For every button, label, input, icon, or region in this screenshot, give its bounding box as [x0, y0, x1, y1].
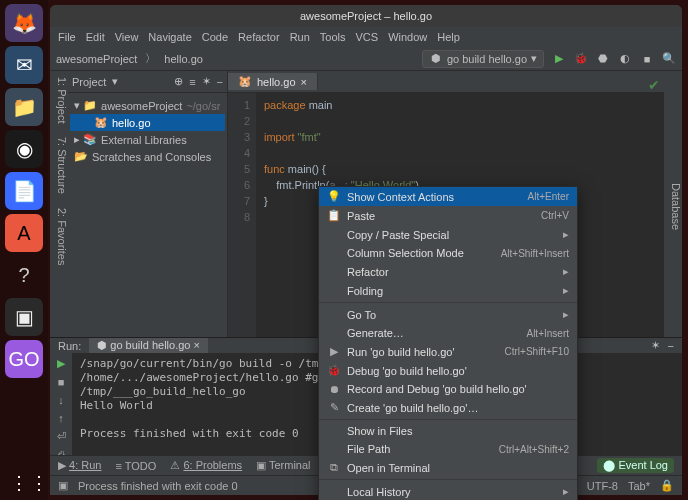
submenu-icon: ▸ — [563, 228, 569, 241]
tree-external-libs[interactable]: ▸ 📚External Libraries — [70, 131, 225, 148]
ctx-item[interactable]: 💡Show Context ActionsAlt+Enter — [319, 187, 577, 206]
menu-help[interactable]: Help — [437, 31, 460, 43]
dock-software[interactable]: A — [5, 214, 43, 252]
tool-run[interactable]: ▶ 4: Run — [58, 459, 101, 472]
lock-icon[interactable]: 🔒 — [660, 479, 674, 492]
ctx-item[interactable]: Go To▸ — [319, 305, 577, 324]
menu-refactor[interactable]: Refactor — [238, 31, 280, 43]
tool-favorites[interactable]: 2: Favorites — [50, 208, 68, 265]
breadcrumb-project[interactable]: awesomeProject — [56, 53, 137, 65]
hide-icon[interactable]: − — [668, 340, 674, 352]
tool-project[interactable]: 1: Project — [50, 77, 68, 123]
up-icon[interactable]: ↑ — [58, 412, 64, 424]
ctx-item[interactable]: ⧉Open in Terminal — [319, 458, 577, 477]
menu-file[interactable]: File — [58, 31, 76, 43]
titlebar: awesomeProject – hello.go — [50, 5, 682, 27]
tree-file-hello[interactable]: 🐹hello.go — [70, 114, 225, 131]
tool-todo[interactable]: ≡ TODO — [115, 460, 156, 472]
menu-vcs[interactable]: VCS — [356, 31, 379, 43]
dock-terminal[interactable]: ▣ — [5, 298, 43, 336]
status-message: Process finished with exit code 0 — [78, 480, 238, 492]
dock-files[interactable]: 📁 — [5, 88, 43, 126]
tree-scratches[interactable]: 📂Scratches and Consoles — [70, 148, 225, 165]
ctx-item[interactable]: 📋PasteCtrl+V — [319, 206, 577, 225]
run-tab[interactable]: ⬢ go build hello.go × — [89, 338, 208, 353]
ctx-item-label: Column Selection Mode — [347, 247, 495, 259]
dock-help[interactable]: ? — [5, 256, 43, 294]
ctx-item[interactable]: Generate…Alt+Insert — [319, 324, 577, 342]
tree-project-root[interactable]: ▾ 📁awesomeProject~/go/sr — [70, 97, 225, 114]
ctx-item-icon: ✎ — [327, 401, 341, 414]
submenu-icon: ▸ — [563, 265, 569, 278]
menu-view[interactable]: View — [115, 31, 139, 43]
dock-obs[interactable]: ◉ — [5, 130, 43, 168]
ctx-item-label: Copy / Paste Special — [347, 229, 557, 241]
ctx-item-label: Debug 'go build hello.go' — [347, 365, 569, 377]
tool-structure[interactable]: 7: Structure — [50, 137, 68, 194]
dock-thunderbird[interactable]: ✉ — [5, 46, 43, 84]
menu-code[interactable]: Code — [202, 31, 228, 43]
ctx-item-label: Generate… — [347, 327, 520, 339]
submenu-icon: ▸ — [563, 308, 569, 321]
ctx-item[interactable]: 🐞Debug 'go build hello.go' — [319, 361, 577, 380]
encoding[interactable]: UTF-8 — [587, 480, 618, 492]
stop-icon[interactable]: ■ — [58, 376, 65, 388]
dock-goland[interactable]: GO — [5, 340, 43, 378]
ctx-item[interactable]: ⏺Record and Debug 'go build hello.go' — [319, 380, 577, 398]
rerun-icon[interactable]: ▶ — [57, 357, 65, 370]
gear-icon[interactable]: ✶ — [202, 75, 211, 88]
menu-tools[interactable]: Tools — [320, 31, 346, 43]
wrap-icon[interactable]: ⏎ — [57, 430, 66, 443]
gear-icon[interactable]: ✶ — [651, 339, 660, 352]
ctx-item-label: Show in Files — [347, 425, 569, 437]
ubuntu-dock: 🦊 ✉ 📁 ◉ 📄 A ? ▣ GO ⋮⋮⋮ — [0, 0, 48, 500]
search-icon[interactable]: 🔍 — [662, 52, 676, 66]
ctx-item[interactable]: Local History▸ — [319, 482, 577, 500]
status-icon: ▣ — [58, 479, 68, 492]
ctx-item-label: Record and Debug 'go build hello.go' — [347, 383, 569, 395]
collapse-icon[interactable]: ≡ — [189, 76, 195, 88]
target-icon[interactable]: ⊕ — [174, 75, 183, 88]
debug-button-icon[interactable]: 🐞 — [574, 52, 588, 66]
menu-run[interactable]: Run — [290, 31, 310, 43]
chevron-right-icon: 〉 — [145, 51, 156, 66]
menu-navigate[interactable]: Navigate — [148, 31, 191, 43]
ctx-item-label: Refactor — [347, 266, 557, 278]
hide-icon[interactable]: − — [217, 76, 223, 88]
go-file-icon: 🐹 — [238, 75, 252, 88]
indent[interactable]: Tab* — [628, 480, 650, 492]
tool-database[interactable]: Database — [670, 183, 682, 230]
ctx-item[interactable]: ▶Run 'go build hello.go'Ctrl+Shift+F10 — [319, 342, 577, 361]
stop-button-icon[interactable]: ■ — [640, 52, 654, 66]
submenu-icon: ▸ — [563, 284, 569, 297]
down-icon[interactable]: ↓ — [58, 394, 64, 406]
ctx-item[interactable]: Copy / Paste Special▸ — [319, 225, 577, 244]
menu-window[interactable]: Window — [388, 31, 427, 43]
tool-terminal[interactable]: ▣ Terminal — [256, 459, 310, 472]
coverage-button-icon[interactable]: ⬣ — [596, 52, 610, 66]
left-toolwindow-strip: 1: Project 7: Structure 2: Favorites — [50, 71, 68, 337]
tool-problems[interactable]: ⚠ 6: Problems — [170, 459, 242, 472]
menu-edit[interactable]: Edit — [86, 31, 105, 43]
ctx-item[interactable]: Folding▸ — [319, 281, 577, 300]
ctx-item[interactable]: Show in Files — [319, 422, 577, 440]
ctx-item[interactable]: Refactor▸ — [319, 262, 577, 281]
profiler-button-icon[interactable]: ◐ — [618, 52, 632, 66]
run-button-icon[interactable]: ▶ — [552, 52, 566, 66]
submenu-icon: ▸ — [563, 485, 569, 498]
ctx-item-label: Paste — [347, 210, 535, 222]
ctx-item[interactable]: Column Selection ModeAlt+Shift+Insert — [319, 244, 577, 262]
chevron-down-icon[interactable]: ▾ — [112, 75, 118, 88]
close-icon[interactable]: × — [301, 76, 307, 88]
run-config-combo[interactable]: ⬢ go build hello.go ▾ — [422, 50, 544, 68]
context-menu: 💡Show Context ActionsAlt+Enter📋PasteCtrl… — [318, 186, 578, 500]
ctx-item[interactable]: ✎Create 'go build hello.go'… — [319, 398, 577, 417]
ctx-item[interactable]: File PathCtrl+Alt+Shift+2 — [319, 440, 577, 458]
dock-firefox[interactable]: 🦊 — [5, 4, 43, 42]
navbar: awesomeProject 〉 hello.go ⬢ go build hel… — [50, 47, 682, 71]
editor-tab-hello[interactable]: 🐹 hello.go × — [228, 73, 318, 90]
analysis-ok-icon: ✔ — [648, 77, 660, 93]
dock-libreoffice[interactable]: 📄 — [5, 172, 43, 210]
event-log[interactable]: ⬤ Event Log — [597, 458, 674, 473]
breadcrumb-file[interactable]: hello.go — [164, 53, 203, 65]
